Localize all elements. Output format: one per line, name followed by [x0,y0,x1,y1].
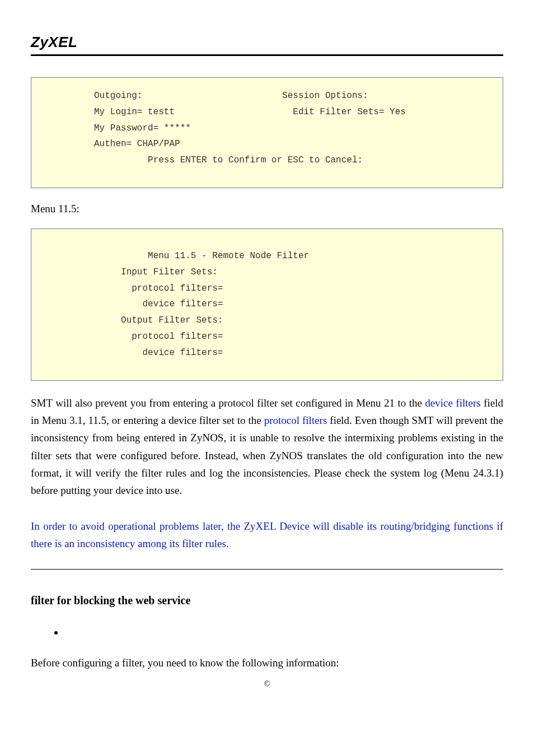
terminal-block-1: Outgoing: Session Options: My Login= tes… [31,77,503,188]
inline-term-device-filters: device filters [425,397,480,409]
header-divider [31,54,503,56]
bullet-icon [54,631,58,634]
body-paragraph: SMT will also prevent you from entering … [31,394,503,500]
footer-copyright: © [0,680,534,689]
brand-logo: ZyXEL [31,34,503,51]
menu-caption: Menu 11.5: [31,203,503,215]
section-divider [31,569,503,570]
warning-paragraph: In order to avoid operational problems l… [31,517,503,553]
para-text-a: SMT will also prevent you from entering … [31,397,425,409]
para-text-c: field. Even though SMT will prevent the … [31,414,503,496]
inline-term-protocol-filters: protocol filters [264,414,327,426]
list-item [54,626,503,638]
intro-line: Before configuring a filter, you need to… [31,657,503,669]
terminal-block-2: Menu 11.5 - Remote Node Filter Input Fil… [31,228,503,381]
section-heading: filter for blocking the web service [31,594,503,607]
